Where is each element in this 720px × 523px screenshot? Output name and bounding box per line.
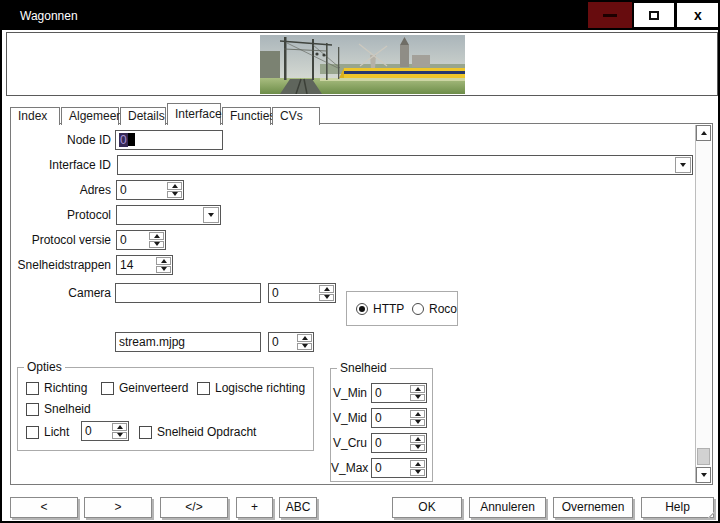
interface-id-combobox[interactable] (117, 155, 693, 175)
camera-port-spin-down[interactable] (319, 294, 334, 302)
tab-cvs[interactable]: CVs (272, 107, 320, 125)
licht-value: 0 (85, 422, 92, 440)
camera-address-input[interactable] (115, 283, 261, 303)
minimize-button[interactable] (588, 2, 632, 28)
v-max-spin-up[interactable] (410, 460, 425, 468)
v-cru-label: V_Cru (331, 433, 367, 453)
v-min-label: V_Min (331, 383, 367, 403)
add-button[interactable]: + (236, 497, 273, 518)
tab-index[interactable]: Index (10, 107, 60, 125)
scrollbar-up-button[interactable] (696, 125, 711, 141)
checkbox-logische-richting[interactable]: Logische richting (197, 380, 305, 396)
stream-number-spinner[interactable]: 0 (268, 332, 314, 352)
adres-spin-up[interactable] (167, 182, 182, 190)
arrow-up-icon (117, 425, 123, 429)
tab-functies[interactable]: Functies (222, 107, 271, 125)
licht-spin-up[interactable] (112, 423, 127, 431)
checkbox-snelheid-opdracht[interactable]: Snelheid Opdracht (139, 424, 256, 440)
protocol-versie-spin-down[interactable] (149, 241, 164, 249)
arrow-up-icon (701, 131, 707, 135)
opties-group-title: Opties (24, 360, 65, 374)
camera-port-spinner[interactable]: 0 (268, 283, 336, 303)
adres-spinner[interactable]: 0 (116, 180, 184, 200)
vertical-scrollbar[interactable] (695, 125, 711, 483)
abc-button[interactable]: ABC (279, 497, 317, 518)
snelheidstrappen-spin-down[interactable] (156, 266, 171, 274)
window-title: Wagonnen (20, 2, 78, 30)
next-button[interactable]: > (84, 497, 152, 518)
checkbox-richting-label: Richting (44, 381, 87, 395)
stream-spin-up[interactable] (297, 334, 312, 342)
radio-roco[interactable]: Roco (412, 301, 457, 317)
checkbox-snelheid-label: Snelheid (44, 402, 91, 416)
prev-button[interactable]: < (10, 497, 78, 518)
protocol-versie-label: Protocol versie (11, 230, 111, 250)
banner-photo-train-scene (260, 35, 465, 94)
arrow-down-icon (415, 395, 421, 399)
v-min-spin-down[interactable] (410, 394, 425, 402)
scrollbar-thumb[interactable] (697, 448, 710, 465)
licht-spin-down[interactable] (112, 432, 127, 440)
minimize-icon (603, 14, 617, 17)
radio-unselected-icon (412, 303, 424, 315)
interface-id-dropdown-button[interactable] (675, 157, 691, 173)
tab-details[interactable]: Details (120, 107, 166, 125)
radio-http-label: HTTP (373, 302, 404, 316)
protocol-versie-spinner[interactable]: 0 (116, 230, 166, 250)
v-min-spin-up[interactable] (410, 385, 425, 393)
v-mid-value: 0 (375, 409, 382, 427)
v-mid-spin-down[interactable] (410, 419, 425, 427)
licht-spinner[interactable]: 0 (81, 421, 129, 441)
stream-file-input[interactable]: stream.mjpg (115, 332, 261, 352)
maximize-icon (649, 11, 659, 20)
checkbox-licht[interactable]: Licht (26, 424, 69, 440)
checkbox-licht-label: Licht (44, 425, 69, 439)
node-id-input[interactable]: 0 (115, 130, 223, 150)
v-cru-spin-up[interactable] (410, 435, 425, 443)
protocol-dropdown-button[interactable] (203, 207, 219, 223)
protocol-versie-spin-up[interactable] (149, 232, 164, 240)
checkbox-richting[interactable]: Richting (26, 380, 87, 396)
arrow-down-icon (161, 267, 167, 271)
chevron-down-icon (680, 163, 686, 167)
ok-button[interactable]: OK (392, 497, 462, 518)
arrow-up-icon (302, 336, 308, 340)
radio-http[interactable]: HTTP (356, 301, 404, 317)
v-max-spin-down[interactable] (410, 469, 425, 477)
arrow-down-icon (154, 242, 160, 246)
v-mid-spin-up[interactable] (410, 410, 425, 418)
adres-spin-down[interactable] (167, 191, 182, 199)
checkbox-snelheid[interactable]: Snelheid (26, 401, 91, 417)
tab-algemeen[interactable]: Algemeen (61, 107, 119, 125)
tab-interface[interactable]: Interface (167, 103, 221, 125)
stream-spin-down[interactable] (297, 343, 312, 351)
v-cru-spin-down[interactable] (410, 444, 425, 452)
scrollbar-down-button[interactable] (696, 467, 711, 483)
snelheidstrappen-spin-up[interactable] (156, 257, 171, 265)
v-mid-spinner[interactable]: 0 (371, 408, 427, 428)
camera-port-spin-up[interactable] (319, 285, 334, 293)
overnemen-button[interactable]: Overnemen (553, 497, 633, 518)
code-button[interactable]: </> (160, 497, 228, 518)
maximize-button[interactable] (633, 2, 675, 28)
adres-label: Adres (11, 180, 111, 200)
arrow-down-icon (415, 420, 421, 424)
arrow-up-icon (324, 287, 330, 291)
snelheid-group-title: Snelheid (337, 361, 390, 375)
arrow-down-icon (117, 433, 123, 437)
tab-strip: Index Algemeen Details Interface Functie… (10, 103, 321, 125)
annuleren-button[interactable]: Annuleren (469, 497, 546, 518)
close-button[interactable]: x (676, 2, 720, 28)
camera-port-value: 0 (272, 284, 279, 302)
v-max-spinner[interactable]: 0 (371, 458, 427, 478)
snelheidstrappen-spinner[interactable]: 14 (116, 255, 173, 275)
arrow-up-icon (161, 259, 167, 263)
checkbox-geinverteerd[interactable]: Geinverteerd (101, 380, 188, 396)
arrow-down-icon (415, 470, 421, 474)
v-min-spinner[interactable]: 0 (371, 383, 427, 403)
help-button[interactable]: Help (641, 497, 714, 518)
snelheidstrappen-value: 14 (120, 256, 133, 274)
checkbox-unchecked-icon (101, 382, 114, 395)
protocol-combobox[interactable] (116, 205, 221, 225)
v-cru-spinner[interactable]: 0 (371, 433, 427, 453)
